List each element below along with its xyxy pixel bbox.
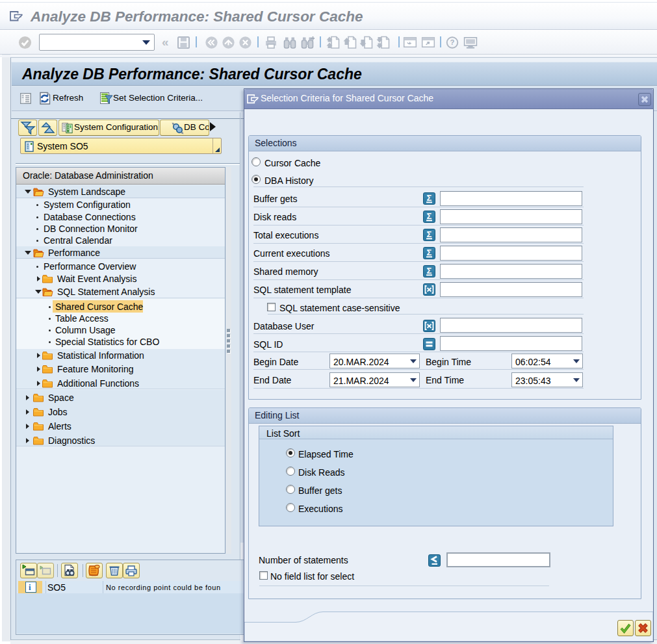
svg-text:?: ? <box>450 38 455 46</box>
